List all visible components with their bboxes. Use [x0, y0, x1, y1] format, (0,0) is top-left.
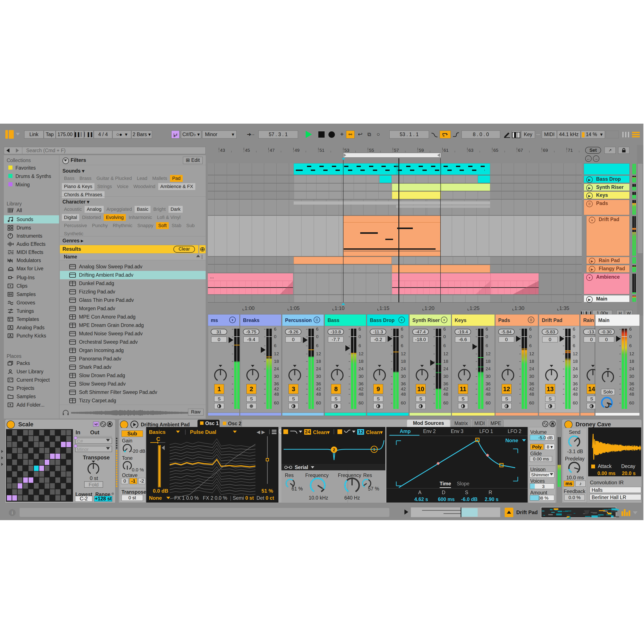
- svg-text:2: 2: [333, 448, 335, 452]
- svg-text:1: 1: [373, 447, 375, 452]
- svg-text:i: i: [12, 510, 13, 515]
